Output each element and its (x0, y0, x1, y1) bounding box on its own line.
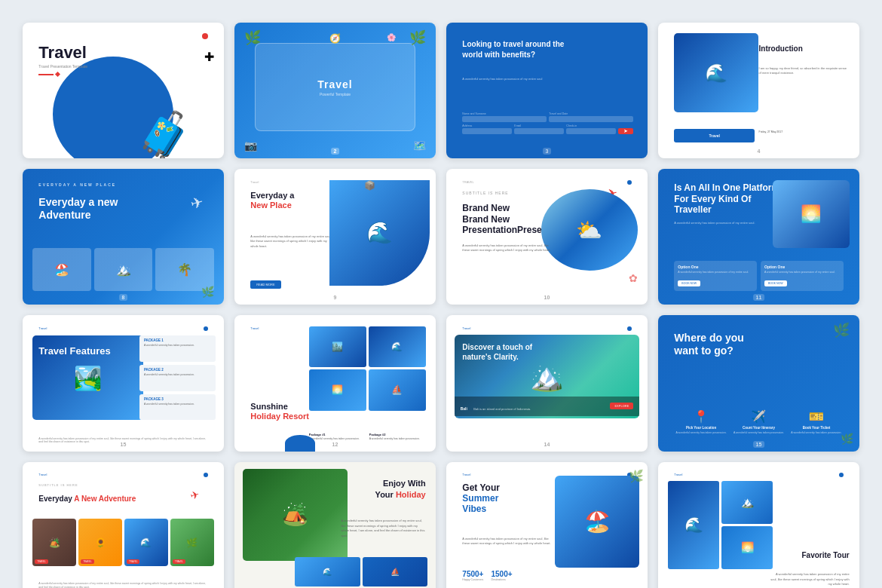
slide-9[interactable]: Travel 🏞️ Travel Features PACKAGE 1 A wo… (23, 315, 224, 451)
slide15-stats: 7500+ Happy Customers 1500+ Destinations (462, 570, 512, 581)
slide-13[interactable]: Travel SUBTITLE IS HERE Everyday A New A… (23, 462, 224, 588)
slide8-desc: A wonderful serenity has taken possessio… (674, 221, 785, 225)
slide16-photos: 🌊 🏔️ 🌅 (668, 481, 773, 569)
slide15-desc: A wonderful serenity has taken possessio… (462, 537, 553, 546)
slide15-label: Travel (462, 473, 470, 476)
slide8-number: 11 (753, 294, 765, 301)
slide9-feat-title: Travel Features (38, 345, 110, 357)
slide11-label: Travel (462, 326, 470, 330)
slide7-sublabel: SUBTITLE IS HERE (462, 191, 508, 195)
slide9-pkg2-title: PACKAGE 2 (144, 368, 211, 372)
slide-16[interactable]: Travel 🌊 🏔️ 🌅 Favorite Tour A wonderful … (658, 462, 859, 588)
slide6-btn[interactable]: READ MORE (250, 280, 280, 289)
slide8-opt1: Option One (678, 265, 753, 269)
slide13-title: Everyday A New Adventure (38, 495, 136, 504)
slide-11[interactable]: Travel 🏔️ Discover a touch of nature's C… (446, 315, 648, 451)
slide10-pkgs: Package #1 A wonderful serenity has take… (309, 433, 426, 440)
slide8-title: Is An All In One Platform For Every Kind… (674, 182, 785, 215)
slide16-photo-tall: 🌊 (668, 481, 719, 569)
slide6-label: Travel (250, 180, 259, 184)
slide14-desc: A wonderful serenity has taken possessio… (341, 519, 426, 538)
slide15-leaf: 🌿 (629, 469, 644, 483)
slide13-photos: 🏕️ TRAVEL 🌻 TRAVEL 🌊 TRAVEL 🌿 TRAVEL (32, 519, 213, 566)
slide12-number: 15 (753, 441, 765, 448)
slide-10[interactable]: Travel 🏙️ 🌊 🌅 ⛵ Sunshine Holiday Resort … (234, 315, 436, 451)
slide11-dot (627, 326, 632, 331)
slide16-label: Travel (674, 473, 682, 476)
slide6-title: Everyday a New Place (250, 191, 294, 210)
slide16-dot (839, 473, 844, 477)
slide6-number: 9 (331, 294, 340, 301)
slide-3[interactable]: Looking to travel around the world with … (446, 23, 648, 158)
deco-camera: 📷 (244, 139, 257, 152)
slide14-title: Enjoy With Your Holiday (375, 478, 426, 500)
slide13-label: Travel (38, 473, 47, 476)
deco-passport: 🗺️ (413, 139, 426, 152)
slide11-explore-btn[interactable]: EXPLORE (610, 403, 633, 409)
slide12-title: Where do you want to go? (674, 332, 764, 357)
slide-12[interactable]: Where do you want to go? 📍 Pick Your Loc… (658, 315, 859, 451)
slide7-deco-flower: ✿ (629, 272, 638, 284)
slide9-pkg1-title: PACKAGE 1 (144, 338, 211, 342)
slide12-icon1: 📍 Pick Your Location A wonderful serenit… (674, 409, 727, 435)
slide12-ticket-icon: 🎫 (789, 409, 843, 424)
slide15-title: Get Your Summer Vibes (462, 483, 500, 514)
deco-flower: 🌸 (387, 33, 396, 41)
slide-15[interactable]: Travel Get Your Summer Vibes A wonderful… (446, 462, 648, 588)
slide5-leaf: 🌿 (201, 286, 214, 298)
slide10-label: Travel (250, 326, 259, 330)
slide7-desc: A wonderful serenity has taken possessio… (462, 243, 553, 253)
slide10-photos: 🏙️ 🌊 🌅 ⛵ (309, 326, 426, 411)
slide10-pkg1: Package #1 (309, 433, 366, 436)
slide-4[interactable]: Travel 🌊 Travel Introduction I am so hap… (658, 23, 859, 158)
slide12-icons: 📍 Pick Your Location A wonderful serenit… (674, 409, 843, 435)
slide7-number: 10 (541, 294, 553, 301)
slide-6[interactable]: Travel Everyday a New Place A wonderful … (234, 169, 436, 305)
slide7-photo: ⛅ (541, 189, 638, 271)
slides-grid: Travel Travel Presentation Template 🧳 ✚ … (23, 23, 859, 588)
slide13-plane: ✈ (189, 488, 201, 502)
deco-leaf-tl: 🌿 (244, 29, 261, 46)
slide9-dot (204, 326, 208, 331)
deco-compass: 🧭 (329, 33, 341, 44)
slide11-number: 14 (541, 441, 553, 448)
slide12-deco-leaf: 🌿 (833, 322, 850, 338)
slide12-icon2: ✈️ Count Your Itinerary A wonderful sere… (732, 409, 786, 435)
slide10-blob (285, 435, 315, 452)
slide14-small-photos: 🌊 ⛵ (295, 557, 427, 587)
slide-1[interactable]: Travel Travel Presentation Template 🧳 ✚ … (23, 23, 224, 158)
slide4-text: I am so happy, my dear friend, so absorb… (759, 66, 850, 76)
slide13-dot (204, 473, 208, 477)
slide1-title: Travel (38, 43, 87, 63)
slide5-deco: ✈ (188, 192, 206, 213)
slide9-number: 15 (118, 441, 130, 448)
slide15-stat1-num: 7500+ (462, 570, 483, 578)
slide11-bar: Bali Bali is an island and province of I… (455, 397, 640, 416)
slide1-subtitle: Travel Presentation Template (38, 64, 87, 69)
slide-8[interactable]: Is An All In One Platform For Every Kind… (658, 169, 859, 305)
slide2-title: Travel (317, 78, 352, 90)
slide7-dot (627, 180, 632, 185)
slide5-number: 8 (119, 294, 128, 301)
slide8-opt2: Option One (764, 265, 840, 269)
slide-5[interactable]: EVERYDAY A NEW PLACE Everyday a new Adve… (23, 169, 224, 305)
slide4-blue-bar: Travel (674, 129, 755, 142)
slide6-photo: 🌊 (329, 180, 430, 286)
slide8-btn2[interactable]: BOOK NOW (764, 280, 787, 286)
slide3-subtitle: A wonderful serenity has taken possessio… (462, 77, 583, 81)
slide-2[interactable]: Travel Powerful Template 🌿 🌿 📷 🗺️ 🧭 🌸 2 (234, 23, 436, 158)
slide9-pkg3-title: PACKAGE 3 (144, 397, 211, 401)
slide14-main-photo: 🏕️ (243, 469, 348, 562)
slide2-map: Travel Powerful Template (255, 43, 416, 131)
slide-7[interactable]: Travel SUBTITLE IS HERE Brand NewBrand N… (446, 169, 648, 305)
slide8-btn1[interactable]: BOOK NOW (678, 280, 700, 286)
slide12-deco-leaf2: 🌿 (841, 433, 853, 445)
slide4-number: 4 (755, 148, 764, 155)
slide10-pkg2: Package #2 (369, 433, 426, 436)
slide-14[interactable]: 🏕️ Enjoy With Your Holiday A wonderful s… (234, 462, 436, 588)
slide5-photos: 🏖️ 🏔️ 🌴 (32, 248, 213, 292)
slide16-desc: A wonderful serenity has taken possessio… (769, 572, 850, 586)
slide4-footer: Friday, 27 May 2017 (759, 130, 850, 134)
slide9-label: Travel (38, 326, 47, 330)
slide6-desc: A wonderful serenity has taken possessio… (250, 234, 335, 249)
